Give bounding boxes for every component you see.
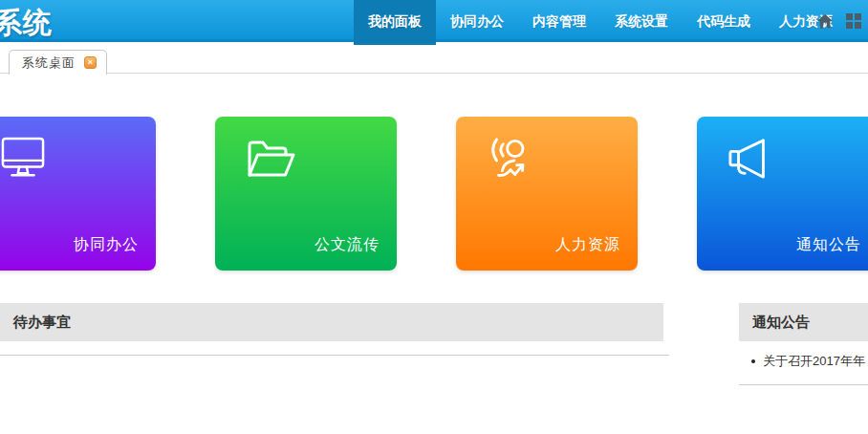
todo-panel-divider xyxy=(0,355,669,356)
tile-notice[interactable]: 通知公告 xyxy=(697,117,868,271)
tab-system-desktop[interactable]: 系统桌面 × xyxy=(9,50,107,75)
nav-item-content-mgmt[interactable]: 内容管理 xyxy=(518,0,600,45)
nav-item-my-dashboard[interactable]: 我的面板 xyxy=(354,0,436,45)
home-icon[interactable] xyxy=(816,12,834,30)
tile-label: 人力资源 xyxy=(555,235,620,255)
bullet-icon xyxy=(751,359,755,363)
grid-icon[interactable] xyxy=(845,12,862,30)
nav-item-collaboration[interactable]: 协同办公 xyxy=(436,0,518,45)
tab-label: 系统桌面 xyxy=(22,54,76,72)
notice-panel-header: 通知公告 xyxy=(739,303,868,341)
nav-item-code-gen[interactable]: 代码生成 xyxy=(683,0,765,45)
megaphone-icon xyxy=(727,137,773,181)
tile-label: 公文流传 xyxy=(315,235,380,255)
notice-item-text: 关于召开2017年年 xyxy=(763,352,865,371)
tab-close-icon[interactable]: × xyxy=(84,56,97,69)
monitor-icon xyxy=(1,137,45,179)
desktop-screen: 系统 我的面板 协同办公 内容管理 系统设置 代码生成 人力资源 系统桌面 × xyxy=(0,0,868,434)
nav-item-system-settings[interactable]: 系统设置 xyxy=(600,0,683,45)
folder-open-icon xyxy=(246,137,297,181)
tile-collaboration[interactable]: 协同办公 xyxy=(0,117,156,271)
app-header: 系统 我的面板 协同办公 内容管理 系统设置 代码生成 人力资源 xyxy=(0,0,868,42)
todo-panel-header: 待办事宜 xyxy=(0,303,663,341)
header-icons xyxy=(816,0,862,42)
main-nav: 我的面板 协同办公 内容管理 系统设置 代码生成 人力资源 xyxy=(354,0,847,45)
tile-document-flow[interactable]: 公文流传 xyxy=(215,117,397,271)
hr-person-icon xyxy=(487,137,534,184)
tile-label: 通知公告 xyxy=(796,235,861,255)
app-title: 系统 xyxy=(0,4,53,43)
tile-hr[interactable]: 人力资源 xyxy=(456,117,638,271)
tab-bar: 系统桌面 × xyxy=(0,45,868,74)
tile-label: 协同办公 xyxy=(74,235,139,255)
notice-panel-divider xyxy=(739,384,868,385)
notice-list-item[interactable]: 关于召开2017年年 xyxy=(751,352,868,371)
